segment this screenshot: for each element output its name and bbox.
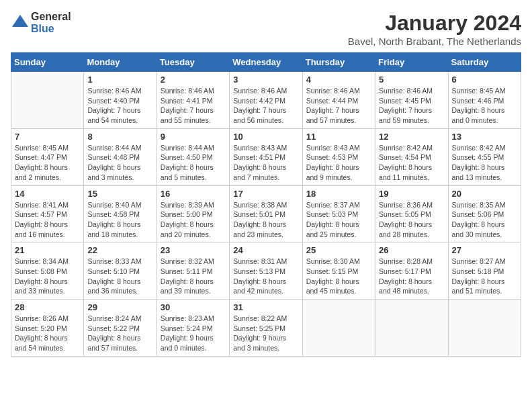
day-number: 28 (15, 302, 80, 312)
day-number: 21 (15, 245, 80, 255)
day-number: 23 (161, 245, 226, 255)
day-number: 4 (306, 75, 371, 85)
logo-blue: Blue (31, 23, 71, 35)
day-number: 13 (452, 132, 517, 142)
day-detail: Sunrise: 8:22 AM Sunset: 5:25 PM Dayligh… (233, 314, 298, 353)
day-number: 11 (306, 132, 371, 142)
day-number: 14 (15, 189, 80, 199)
day-number: 9 (161, 132, 226, 142)
day-number: 15 (87, 189, 152, 199)
day-detail: Sunrise: 8:32 AM Sunset: 5:11 PM Dayligh… (161, 257, 226, 296)
calendar-cell: 8Sunrise: 8:44 AM Sunset: 4:48 PM Daylig… (84, 128, 157, 185)
calendar-cell: 7Sunrise: 8:45 AM Sunset: 4:47 PM Daylig… (11, 128, 84, 185)
day-number: 27 (452, 245, 517, 255)
day-detail: Sunrise: 8:27 AM Sunset: 5:18 PM Dayligh… (452, 257, 517, 296)
calendar-cell: 16Sunrise: 8:39 AM Sunset: 5:00 PM Dayli… (157, 185, 229, 242)
logo: General Blue (11, 11, 71, 35)
day-detail: Sunrise: 8:26 AM Sunset: 5:20 PM Dayligh… (15, 314, 80, 353)
calendar-cell: 27Sunrise: 8:27 AM Sunset: 5:18 PM Dayli… (448, 242, 521, 300)
calendar-cell: 6Sunrise: 8:45 AM Sunset: 4:46 PM Daylig… (448, 72, 521, 129)
calendar-cell: 3Sunrise: 8:46 AM Sunset: 4:42 PM Daylig… (230, 72, 302, 129)
calendar-cell: 9Sunrise: 8:44 AM Sunset: 4:50 PM Daylig… (157, 128, 229, 185)
day-detail: Sunrise: 8:35 AM Sunset: 5:06 PM Dayligh… (452, 200, 517, 240)
calendar-cell: 21Sunrise: 8:34 AM Sunset: 5:08 PM Dayli… (11, 242, 84, 300)
day-number: 16 (161, 189, 226, 199)
day-detail: Sunrise: 8:45 AM Sunset: 4:46 PM Dayligh… (452, 86, 517, 126)
day-number: 24 (233, 245, 298, 255)
calendar-cell: 26Sunrise: 8:28 AM Sunset: 5:17 PM Dayli… (375, 242, 448, 300)
day-number: 2 (161, 75, 226, 85)
calendar-cell: 11Sunrise: 8:43 AM Sunset: 4:53 PM Dayli… (302, 128, 375, 185)
day-number: 12 (379, 132, 444, 142)
calendar-cell: 12Sunrise: 8:42 AM Sunset: 4:54 PM Dayli… (375, 128, 448, 185)
logo-icon (11, 13, 30, 32)
col-thursday: Thursday (302, 53, 375, 72)
day-detail: Sunrise: 8:38 AM Sunset: 5:01 PM Dayligh… (233, 200, 298, 240)
calendar-cell: 14Sunrise: 8:41 AM Sunset: 4:57 PM Dayli… (11, 185, 84, 242)
day-number: 7 (15, 132, 80, 142)
day-number: 1 (87, 75, 152, 85)
calendar-cell (11, 72, 84, 129)
calendar-cell: 2Sunrise: 8:46 AM Sunset: 4:41 PM Daylig… (157, 72, 229, 129)
calendar-cell: 10Sunrise: 8:43 AM Sunset: 4:51 PM Dayli… (230, 128, 302, 185)
day-detail: Sunrise: 8:37 AM Sunset: 5:03 PM Dayligh… (306, 200, 371, 240)
col-friday: Friday (375, 53, 448, 72)
col-sunday: Sunday (11, 53, 84, 72)
calendar-cell: 28Sunrise: 8:26 AM Sunset: 5:20 PM Dayli… (11, 300, 84, 357)
day-number: 29 (87, 302, 152, 312)
day-detail: Sunrise: 8:30 AM Sunset: 5:15 PM Dayligh… (306, 257, 371, 296)
day-detail: Sunrise: 8:46 AM Sunset: 4:44 PM Dayligh… (306, 86, 371, 126)
calendar-cell: 24Sunrise: 8:31 AM Sunset: 5:13 PM Dayli… (230, 242, 302, 300)
day-detail: Sunrise: 8:39 AM Sunset: 5:00 PM Dayligh… (161, 200, 226, 240)
day-number: 5 (379, 75, 444, 85)
day-number: 18 (306, 189, 371, 199)
day-number: 26 (379, 245, 444, 255)
calendar-week-row: 21Sunrise: 8:34 AM Sunset: 5:08 PM Dayli… (11, 242, 521, 300)
day-number: 31 (233, 302, 298, 312)
header-area: General Blue January 2024 Bavel, North B… (11, 11, 521, 47)
calendar-week-row: 7Sunrise: 8:45 AM Sunset: 4:47 PM Daylig… (11, 128, 521, 185)
calendar-cell: 19Sunrise: 8:36 AM Sunset: 5:05 PM Dayli… (375, 185, 448, 242)
day-detail: Sunrise: 8:42 AM Sunset: 4:55 PM Dayligh… (452, 143, 517, 183)
calendar-cell: 23Sunrise: 8:32 AM Sunset: 5:11 PM Dayli… (157, 242, 229, 300)
day-detail: Sunrise: 8:46 AM Sunset: 4:41 PM Dayligh… (161, 86, 226, 126)
day-number: 30 (161, 302, 226, 312)
day-detail: Sunrise: 8:43 AM Sunset: 4:53 PM Dayligh… (306, 143, 371, 183)
calendar-week-row: 28Sunrise: 8:26 AM Sunset: 5:20 PM Dayli… (11, 300, 521, 357)
calendar-table: Sunday Monday Tuesday Wednesday Thursday… (11, 52, 521, 357)
day-detail: Sunrise: 8:46 AM Sunset: 4:40 PM Dayligh… (87, 86, 152, 126)
calendar-cell: 22Sunrise: 8:33 AM Sunset: 5:10 PM Dayli… (84, 242, 157, 300)
day-detail: Sunrise: 8:24 AM Sunset: 5:22 PM Dayligh… (87, 314, 152, 353)
calendar-cell: 20Sunrise: 8:35 AM Sunset: 5:06 PM Dayli… (448, 185, 521, 242)
day-number: 22 (87, 245, 152, 255)
calendar-cell (302, 300, 375, 357)
day-detail: Sunrise: 8:40 AM Sunset: 4:58 PM Dayligh… (87, 200, 152, 240)
day-detail: Sunrise: 8:31 AM Sunset: 5:13 PM Dayligh… (233, 257, 298, 296)
calendar-cell (448, 300, 521, 357)
day-detail: Sunrise: 8:46 AM Sunset: 4:45 PM Dayligh… (379, 86, 444, 126)
calendar-cell: 30Sunrise: 8:23 AM Sunset: 5:24 PM Dayli… (157, 300, 229, 357)
day-detail: Sunrise: 8:28 AM Sunset: 5:17 PM Dayligh… (379, 257, 444, 296)
col-tuesday: Tuesday (157, 53, 229, 72)
day-detail: Sunrise: 8:44 AM Sunset: 4:48 PM Dayligh… (87, 143, 152, 183)
calendar-cell: 13Sunrise: 8:42 AM Sunset: 4:55 PM Dayli… (448, 128, 521, 185)
day-number: 17 (233, 189, 298, 199)
day-number: 20 (452, 189, 517, 199)
calendar-week-row: 1Sunrise: 8:46 AM Sunset: 4:40 PM Daylig… (11, 72, 521, 129)
calendar-cell: 4Sunrise: 8:46 AM Sunset: 4:44 PM Daylig… (302, 72, 375, 129)
day-number: 8 (87, 132, 152, 142)
calendar-cell: 29Sunrise: 8:24 AM Sunset: 5:22 PM Dayli… (84, 300, 157, 357)
calendar-week-row: 14Sunrise: 8:41 AM Sunset: 4:57 PM Dayli… (11, 185, 521, 242)
calendar-cell: 31Sunrise: 8:22 AM Sunset: 5:25 PM Dayli… (230, 300, 302, 357)
logo-general: General (31, 11, 71, 23)
day-number: 19 (379, 189, 444, 199)
month-title: January 2024 (348, 11, 521, 36)
day-detail: Sunrise: 8:45 AM Sunset: 4:47 PM Dayligh… (15, 143, 80, 183)
day-detail: Sunrise: 8:34 AM Sunset: 5:08 PM Dayligh… (15, 257, 80, 296)
day-detail: Sunrise: 8:44 AM Sunset: 4:50 PM Dayligh… (161, 143, 226, 183)
day-number: 25 (306, 245, 371, 255)
col-saturday: Saturday (448, 53, 521, 72)
page-container: General Blue January 2024 Bavel, North B… (11, 11, 521, 357)
day-detail: Sunrise: 8:41 AM Sunset: 4:57 PM Dayligh… (15, 200, 80, 240)
calendar-cell: 5Sunrise: 8:46 AM Sunset: 4:45 PM Daylig… (375, 72, 448, 129)
